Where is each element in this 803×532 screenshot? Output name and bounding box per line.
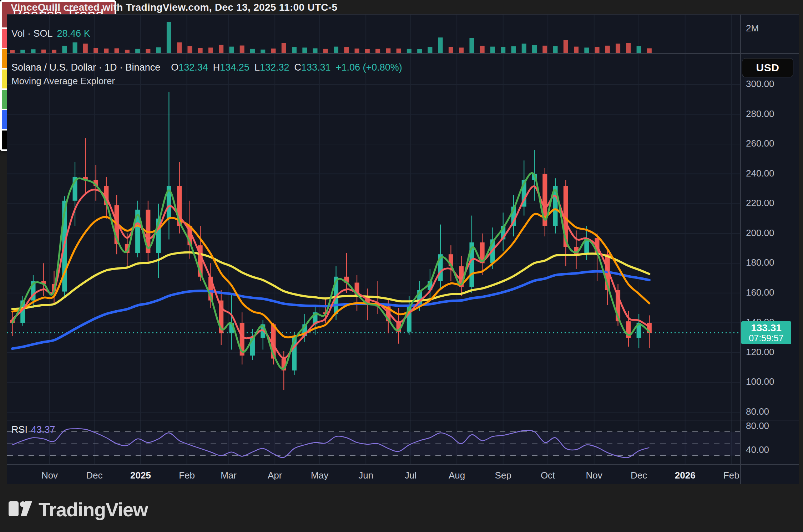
- high-label: H: [213, 62, 220, 73]
- volume-bar: [94, 48, 98, 53]
- price-axis-label: 260.00: [746, 138, 774, 149]
- price-axis-label: 80.00: [746, 406, 769, 417]
- volume-legend: Vol · SOL28.46 K: [11, 28, 90, 39]
- rsi-legend: RSI43.37: [11, 424, 55, 435]
- rsi-value: 43.37: [31, 424, 55, 435]
- volume-bar: [428, 47, 432, 53]
- volume-bar: [386, 48, 390, 53]
- volume-bar: [626, 43, 631, 53]
- volume-bar: [522, 44, 526, 53]
- volume-bar: [167, 22, 171, 53]
- change-value: +1.06 (+0.80%): [336, 62, 402, 73]
- volume-bar: [323, 49, 328, 53]
- last-price-badge[interactable]: 133.31 07:59:57: [741, 321, 791, 344]
- volume-bar: [469, 38, 474, 53]
- volume-bar: [250, 49, 255, 53]
- price-axis-label: 200.00: [746, 227, 774, 239]
- time-axis-label-2025: 2025: [130, 470, 151, 481]
- volume-bar: [52, 50, 56, 53]
- low-value: 132.32: [260, 62, 289, 73]
- tradingview-logo: TradingView: [9, 498, 148, 521]
- volume-bar: [511, 46, 516, 53]
- time-axis-label-nov: Nov: [586, 470, 602, 481]
- time-axis-label-aug: Aug: [449, 470, 465, 481]
- volume-bar: [438, 37, 443, 53]
- time-axis-label-sep: Sep: [495, 470, 511, 481]
- price-axis-label: 180.00: [746, 257, 774, 268]
- rsi-axis-label: 40.00: [746, 444, 769, 455]
- open-label: O: [171, 62, 178, 73]
- price-axis-label: 120.00: [746, 347, 774, 358]
- price-axis-label: 160.00: [746, 287, 774, 298]
- time-axis-label-may: May: [311, 470, 328, 481]
- time-axis-label-jun: Jun: [358, 470, 373, 481]
- volume-bar: [375, 49, 380, 53]
- volume-bar: [532, 45, 537, 53]
- high-value: 134.25: [220, 62, 249, 73]
- volume-bar: [31, 49, 36, 53]
- currency-toggle-button[interactable]: USD: [742, 58, 793, 77]
- volume-bar: [271, 48, 276, 53]
- volume-bar: [605, 46, 610, 53]
- volume-bar: [647, 48, 652, 53]
- rsi-axis-label: 80.00: [746, 420, 769, 431]
- time-axis-label-dec: Dec: [631, 470, 647, 481]
- volume-bar: [542, 46, 547, 53]
- volume-bar: [135, 49, 140, 53]
- volume-bar: [344, 47, 349, 53]
- volume-bar: [198, 48, 203, 53]
- volume-bar: [595, 47, 600, 53]
- price-chart-plot[interactable]: [7, 15, 799, 484]
- volume-bar: [177, 42, 182, 53]
- volume-bar: [125, 50, 130, 53]
- volume-bar: [417, 49, 422, 53]
- volume-bar: [146, 49, 150, 53]
- volume-bar: [240, 46, 244, 53]
- chart-canvas[interactable]: [7, 14, 799, 484]
- volume-bar: [73, 42, 77, 53]
- volume-bar: [553, 46, 558, 53]
- price-axis-label: 280.00: [746, 108, 774, 119]
- volume-axis-label: 2M: [746, 23, 759, 34]
- volume-bar: [115, 48, 119, 53]
- volume-bar: [637, 46, 641, 53]
- volume-bar: [334, 47, 338, 53]
- indicator-name: Moving Average Explorer: [11, 76, 115, 87]
- last-price: 133.31: [751, 323, 782, 333]
- time-axis-label-mar: Mar: [221, 470, 237, 481]
- volume-bar: [292, 47, 297, 53]
- volume-bar: [584, 47, 589, 53]
- close-label: C: [294, 62, 302, 73]
- volume-bar: [501, 47, 505, 53]
- volume-bar: [261, 50, 265, 53]
- volume-label: Vol · SOL: [11, 28, 53, 39]
- time-axis-label-feb: Feb: [723, 470, 739, 481]
- price-axis-label: 240.00: [746, 168, 774, 179]
- time-axis-label-jul: Jul: [405, 470, 416, 481]
- price-axis-label: 100.00: [746, 376, 774, 387]
- volume-bar: [574, 47, 579, 53]
- volume-bar: [459, 47, 464, 53]
- low-label: L: [254, 62, 260, 73]
- rsi-label: RSI: [11, 424, 27, 435]
- volume-bar: [302, 47, 307, 53]
- volume-bar: [62, 46, 67, 53]
- volume-bar: [480, 46, 485, 53]
- volume-bar: [397, 48, 401, 53]
- volume-bar: [156, 47, 161, 53]
- volume-bar: [449, 47, 453, 53]
- price-axis-label: 220.00: [746, 198, 774, 209]
- price-axis-label: 300.00: [746, 78, 774, 89]
- close-value: 133.31: [301, 62, 331, 73]
- time-axis-label-oct: Oct: [541, 470, 555, 481]
- time-axis-label-2026: 2026: [675, 470, 696, 481]
- volume-bar: [355, 48, 359, 53]
- time-axis-label-dec: Dec: [86, 470, 102, 481]
- time-axis-label-feb: Feb: [179, 470, 195, 481]
- open-value: 132.34: [178, 62, 208, 73]
- volume-bar: [104, 48, 108, 53]
- volume-bar: [407, 49, 411, 53]
- volume-bar: [490, 47, 495, 53]
- volume-value: 28.46 K: [57, 28, 90, 39]
- chart-title: VinceQuill created with TradingView.com,…: [11, 2, 337, 13]
